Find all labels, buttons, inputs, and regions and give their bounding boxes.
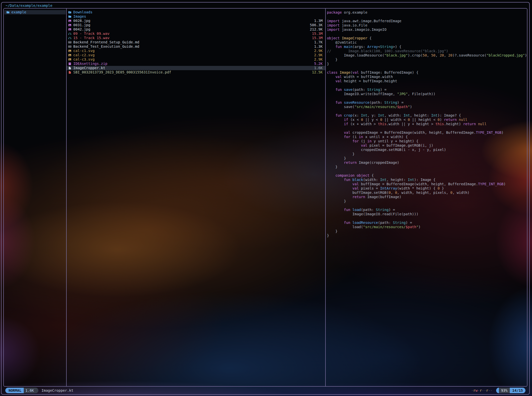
code-line: croppedImage.setRGB(i - x, j - y, pixel) [327,148,527,152]
file-row[interactable]: 15 - Track 15.wav15.3M [67,36,325,40]
code-line: } [327,233,527,238]
code-line: } [327,199,527,203]
file-row[interactable]: Downloads [67,10,325,14]
file-size: 2.9K [314,53,323,57]
file-size-badge: 1.6K [24,388,36,393]
panes-container: example DownloadsImages0028.jpg1.3M0031.… [3,8,527,387]
code-line [327,109,527,113]
file-row[interactable]: 09 - Track 09.wav15.3M [67,32,325,36]
image-icon [68,19,73,22]
code-line: // Image.black(100, 100).saveResource("b… [327,49,527,53]
status-bar: NORMAL 1.6K ImageCropper.kt -rw-r--r-- 9… [3,387,527,394]
file-row[interactable]: 0042.jpg212.9K [67,27,325,32]
code-line: fun loadResource(path: String) = [327,221,527,225]
file-row[interactable]: Images [67,14,325,19]
code-line [327,216,527,221]
status-right-group: -rw-r--r-- 93% 14/15 [471,388,525,393]
code-line [327,32,527,36]
folder-icon [68,15,73,18]
file-name: Backend_Frontend_Setup_Guide.md [73,40,314,44]
code-line [327,83,527,88]
code-line: val width = buffImage.width [327,75,527,79]
file-row[interactable]: cal-c1.svg2.9K [67,49,325,53]
code-line: @JvmStatic [327,40,527,45]
music-icon [68,32,73,35]
file-size: 1.3M [314,19,323,23]
file-row[interactable]: Backend_Frontend_Setup_Guide.md1.7K [67,40,325,44]
code-line: Image(ImageIO.read(File(path))) [327,212,527,216]
file-name: 0031.jpg [73,23,310,27]
file-size: 2.9K [314,57,323,62]
code-line: val height = buffImage.height [327,79,527,83]
scroll-percent: 93% [499,388,510,393]
code-line: return Image(croppedImage) [327,161,527,165]
archive-icon [68,62,73,65]
file-name: 0042.jpg [73,27,310,32]
file-name: Backend_Test_Execution_Guide.md [73,44,314,49]
code-line: fun saveResource(path: String) = [327,100,527,105]
file-row[interactable]: 0028.jpg1.3M [67,19,325,23]
code-line [327,15,527,19]
code-line: val pixels = IntArray(width * height) { … [327,186,527,191]
file-size: 15.3M [312,32,323,36]
parent-dir-row[interactable]: example [4,10,66,14]
parent-pane: example [4,9,66,386]
code-line: if (x + width > this.width || y + height… [327,122,527,126]
file-size: 15.3M [312,36,323,40]
code-line: import java.io.File [327,23,527,28]
code-line: fun main(args: Array<String>) { [327,45,527,49]
file-size: 12.5K [312,70,323,74]
code-line: } [327,156,527,161]
code-line: object ImageCropper { [327,36,527,40]
file-size: 1.3K [314,44,323,49]
file-row[interactable]: IDEAsettings.zip5.2K [67,62,325,66]
code-line: for (i in x until x + width) { [327,135,527,139]
music-icon [68,36,73,40]
code-line: fun crop(x: Int, y: Int, width: Int, hei… [327,113,527,118]
file-row[interactable]: cal-c3.svg2.9K [67,57,325,62]
file-row[interactable]: 0031.jpg586.3K [67,23,325,27]
code-line: package org.example [327,10,527,15]
image-icon [68,54,73,57]
file-size: 212.9K [310,27,323,32]
file-name: IDEAsettings.zip [73,62,314,66]
image-icon [68,23,73,27]
file-name: 15 - Track 15.wav [73,36,312,40]
code-line: } [327,229,527,233]
yazi-window: ~/Data/example/example example Downloads… [1,2,530,395]
code-line: return Image(buffImage) [327,195,527,199]
file-size: 1.6K [314,66,323,70]
file-row[interactable]: ImageCropper.kt1.6K [67,66,325,70]
code-line: Image.loadResource("black.jpg").crop(50,… [327,53,527,58]
code-line [327,203,527,208]
file-row[interactable]: cal-c2.svg2.9K [67,53,325,57]
markdown-icon [68,41,73,44]
file-name: 09 - Track 09.wav [73,32,312,36]
code-line: for (j in y until y + height) { [327,139,527,143]
file-name: SBI_0032013739_2023_DE05_0003155631Invoi… [73,70,312,74]
code-line [327,66,527,70]
code-line: companion object { [327,173,527,178]
file-name: Images [73,14,322,19]
code-line: buffImage.setRGB(0, 0, width, height, pi… [327,191,527,195]
code-line: ImageIO.write(buffImage, "JPG", File(pat… [327,92,527,96]
code-line: val croppedImage = BufferedImage(width, … [327,130,527,135]
progress-left-cap [496,388,499,393]
code-line [327,169,527,173]
markdown-icon [68,45,73,48]
file-name: cal-c1.svg [73,49,314,53]
file-row[interactable]: SBI_0032013739_2023_DE05_0003155631Invoi… [67,70,325,74]
status-file-name: ImageCropper.kt [41,388,73,392]
current-pane: DownloadsImages0028.jpg1.3M0031.jpg586.3… [66,9,325,386]
pdf-icon [68,71,73,74]
image-icon [68,58,73,61]
cwd-path: ~/Data/example/example [6,3,52,8]
file-name: ImageCropper.kt [73,66,314,70]
file-name: example [11,10,63,14]
file-row[interactable]: Backend_Test_Execution_Guide.md1.3K [67,44,325,49]
badge-right-cap [36,388,38,393]
code-line: } [327,58,527,62]
code-line: fun save(path: String) = [327,88,527,92]
code-line: fun load(path: String) = [327,208,527,212]
code-line [327,126,527,130]
